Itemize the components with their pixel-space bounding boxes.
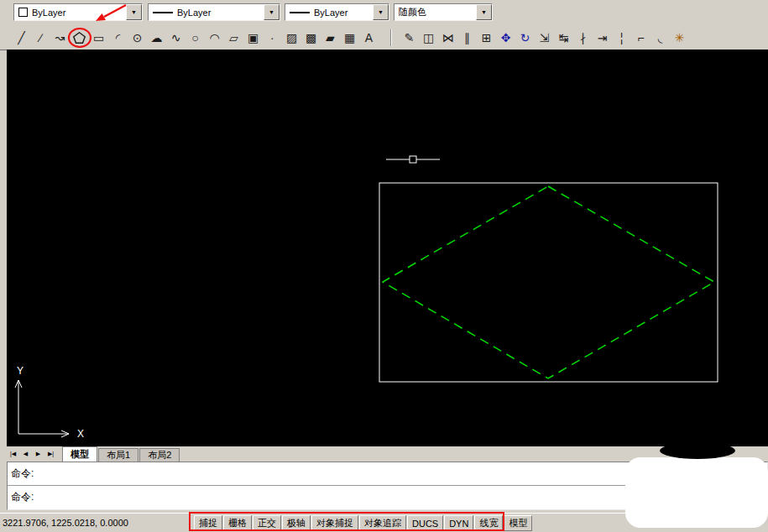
toolbar-separator xyxy=(390,29,392,46)
tools-toolbar: ╱∕↝▭◜⊙☁∿○◠▱▣∙▨▩▰▦A ✎◫⋈∥⊞✥↻⇲↹∤⇥¦⌐◟✳ xyxy=(0,26,768,50)
arc-icon[interactable]: ◜ xyxy=(108,28,128,47)
trim-icon[interactable]: ∤ xyxy=(573,28,593,47)
layout-tabs: 模型布局1布局2 xyxy=(62,446,180,462)
move-icon[interactable]: ✥ xyxy=(496,28,515,47)
crosshair-cursor xyxy=(386,156,440,163)
linetype-sample xyxy=(153,12,173,13)
revision-cloud-icon[interactable]: ☁ xyxy=(147,28,166,47)
ucs-icon: YX xyxy=(15,365,84,440)
break-icon[interactable]: ¦ xyxy=(612,28,631,47)
plotstyle-dropdown-arrow-icon[interactable]: ▼ xyxy=(476,4,492,20)
tab-nav: |◀◀▶▶| xyxy=(7,446,57,462)
coordinate-display[interactable]: 3221.9706, 1225.0218, 0.0000 xyxy=(3,518,128,528)
table-icon[interactable]: ▦ xyxy=(340,28,359,47)
layer-dropdown-value: ByLayer xyxy=(32,8,65,18)
status-toggle-grid[interactable]: 栅格 xyxy=(223,515,252,531)
mirror-icon[interactable]: ⋈ xyxy=(438,28,457,47)
stretch-icon[interactable]: ↹ xyxy=(554,28,573,47)
status-toggle-snap[interactable]: 捕捉 xyxy=(194,515,222,531)
plotstyle-dropdown[interactable]: 随颜色 ▼ xyxy=(394,3,493,21)
gradient-icon[interactable]: ▩ xyxy=(301,28,321,47)
properties-toolbar: ByLayer ▼ ByLayer ▼ ByLayer ▼ 随颜色 ▼ xyxy=(0,0,768,27)
status-toggle-model[interactable]: 模型 xyxy=(504,515,532,531)
status-toggle-ducs[interactable]: DUCS xyxy=(407,515,443,531)
tab-model[interactable]: 模型 xyxy=(62,446,97,462)
tab-layout2[interactable]: 布局2 xyxy=(139,448,180,462)
circle-icon[interactable]: ⊙ xyxy=(128,28,147,47)
lineweight-dropdown-arrow-icon[interactable]: ▼ xyxy=(373,4,389,20)
drawn-rectangle[interactable] xyxy=(379,183,718,382)
erase-icon[interactable]: ✎ xyxy=(400,28,419,47)
region-icon[interactable]: ▰ xyxy=(321,28,340,47)
make-block-icon[interactable]: ▣ xyxy=(243,28,263,47)
construction-line-icon[interactable]: ∕ xyxy=(31,28,50,47)
scale-icon[interactable]: ⇲ xyxy=(535,28,554,47)
rotate-icon[interactable]: ↻ xyxy=(515,28,535,47)
plotstyle-dropdown-value: 随颜色 xyxy=(399,6,426,18)
layer-dropdown[interactable]: ByLayer ▼ xyxy=(13,3,143,21)
rectangle-icon[interactable]: ▭ xyxy=(89,28,108,47)
censor-blob xyxy=(625,457,768,528)
tab-nav-prev-button[interactable]: ◀ xyxy=(19,447,32,461)
spline-icon[interactable]: ∿ xyxy=(166,28,185,47)
tab-nav-next-button[interactable]: ▶ xyxy=(32,447,44,461)
ellipse-icon[interactable]: ○ xyxy=(185,28,205,47)
ellipse-arc-icon[interactable]: ◠ xyxy=(205,28,224,47)
tab-nav-last-button[interactable]: ▶| xyxy=(44,447,57,461)
hatch-icon[interactable]: ▨ xyxy=(282,28,301,47)
lineweight-dropdown-value: ByLayer xyxy=(314,8,347,18)
ucs-x-label: X xyxy=(77,428,84,440)
polyline-icon[interactable]: ↝ xyxy=(50,28,70,47)
status-toggle-dyn[interactable]: DYN xyxy=(444,515,473,531)
draw-toolbar: ╱∕↝▭◜⊙☁∿○◠▱▣∙▨▩▰▦A xyxy=(12,28,379,47)
array-icon[interactable]: ⊞ xyxy=(477,28,496,47)
modify-toolbar: ✎◫⋈∥⊞✥↻⇲↹∤⇥¦⌐◟✳ xyxy=(400,28,689,47)
layer-dropdown-arrow-icon[interactable]: ▼ xyxy=(126,4,142,20)
layer-color-swatch xyxy=(18,8,28,17)
drawn-diamond[interactable] xyxy=(383,186,714,378)
autocad-window: ByLayer ▼ ByLayer ▼ ByLayer ▼ 随颜色 ▼ ╱∕↝▭… xyxy=(0,0,768,532)
offset-icon[interactable]: ∥ xyxy=(457,28,477,47)
polygon-icon[interactable] xyxy=(70,28,89,47)
linetype-dropdown[interactable]: ByLayer ▼ xyxy=(148,3,280,21)
fillet-icon[interactable]: ◟ xyxy=(650,28,670,47)
lineweight-sample xyxy=(290,12,310,13)
status-toggle-osnap[interactable]: 对象捕捉 xyxy=(311,515,358,531)
linetype-dropdown-value: ByLayer xyxy=(177,8,211,18)
multiline-text-icon[interactable]: A xyxy=(359,28,379,47)
insert-block-icon[interactable]: ▱ xyxy=(224,28,243,47)
tab-nav-first-button[interactable]: |◀ xyxy=(7,447,19,461)
drawing-area[interactable]: YX xyxy=(7,50,768,446)
explode-icon[interactable]: ✳ xyxy=(670,28,689,47)
copy-icon[interactable]: ◫ xyxy=(419,28,438,47)
line-icon[interactable]: ╱ xyxy=(12,28,31,47)
status-toggle-polar[interactable]: 极轴 xyxy=(282,515,311,531)
chamfer-icon[interactable]: ⌐ xyxy=(631,28,650,47)
drawing-canvas: YX xyxy=(7,50,768,446)
linetype-dropdown-arrow-icon[interactable]: ▼ xyxy=(264,4,280,20)
ucs-y-label: Y xyxy=(17,365,24,377)
status-toggle-otrack[interactable]: 对象追踪 xyxy=(359,515,406,531)
status-toggle-ortho[interactable]: 正交 xyxy=(253,515,281,531)
status-toggles: 捕捉栅格正交极轴对象捕捉对象追踪DUCSDYN线宽模型 xyxy=(194,515,532,531)
lineweight-dropdown[interactable]: ByLayer ▼ xyxy=(285,3,389,21)
status-toggle-lineweight[interactable]: 线宽 xyxy=(474,515,503,531)
extend-icon[interactable]: ⇥ xyxy=(593,28,612,47)
point-icon[interactable]: ∙ xyxy=(263,28,282,47)
tab-layout1[interactable]: 布局1 xyxy=(98,448,138,462)
censor-ellipse xyxy=(660,442,735,459)
